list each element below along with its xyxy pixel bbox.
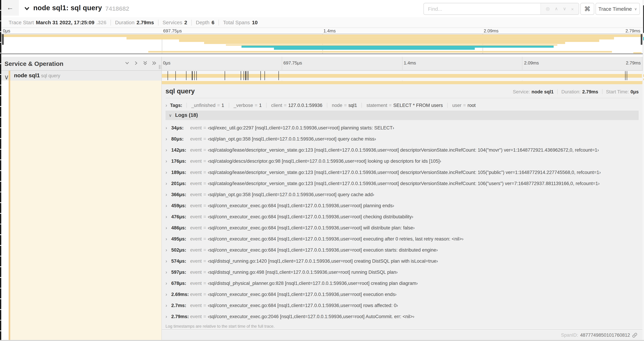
log-row[interactable]: ›142μs:event=‹sql/catalog/lease/descript… [166, 145, 639, 156]
log-value: ‹sql/conn_executor_exec.go:684 [nsql1,cl… [208, 225, 414, 230]
tags-row[interactable]: › Tags: _unfinished=1_verbose=1client=12… [166, 101, 480, 110]
log-field-name: event [190, 303, 202, 308]
log-row[interactable]: ›2.7ms:event=‹sql/conn_executor_exec.go:… [166, 300, 639, 311]
back-button[interactable]: ← [1, 0, 19, 16]
view-selector-button[interactable]: Trace Timeline ∨ [596, 3, 640, 15]
expand-all-icon[interactable] [152, 61, 157, 66]
minimap-tick-label: 697.75μs [163, 29, 182, 33]
log-row[interactable]: ›2.69ms:event=‹sql/conn_executor_exec.go… [166, 289, 639, 300]
log-row[interactable]: ›366μs:event=‹sql/plan_opt.go:358 [nsql1… [166, 189, 639, 200]
summary-item: Services2 [158, 20, 192, 25]
log-equals: = [204, 181, 206, 186]
log-timestamp: 495μs: [171, 236, 189, 241]
keyboard-shortcuts-button[interactable]: ⌘ [580, 3, 594, 15]
log-timestamp: 189μs: [171, 170, 189, 175]
tags-label: Tags: [170, 103, 182, 107]
summary-value-suffix: .326 [96, 20, 106, 25]
log-field-name: event [190, 270, 202, 274]
log-value: ‹sql/catalog/lease/descriptor_version_st… [208, 148, 599, 152]
span-color-stripe [9, 71, 10, 340]
minimap-tick-label: 0μs [3, 29, 10, 33]
log-row[interactable]: ›176μs:event=‹sql/catalog/descs/descript… [166, 156, 639, 167]
log-row[interactable]: ›80μs:event=‹sql/plan_opt.go:358 [nsql1,… [166, 133, 639, 145]
find-input[interactable] [424, 3, 540, 14]
collapse-one-icon[interactable] [124, 61, 130, 66]
log-field-name: event [190, 181, 202, 186]
logs-footnote: Log timestamps are relative to the start… [166, 324, 274, 328]
link-icon[interactable] [632, 332, 638, 338]
trace-id: 7418682 [105, 5, 129, 12]
detail-divider [166, 98, 639, 98]
minimap-right-scrubber[interactable] [641, 34, 642, 45]
chevron-right-icon: › [166, 192, 171, 197]
log-row[interactable]: ›495μs:event=‹sql/conn_executor_exec.go:… [166, 233, 639, 244]
log-value: ‹sql/catalog/lease/descriptor_version_st… [208, 181, 600, 186]
prev-match-icon[interactable]: ∧ [555, 6, 558, 12]
detail-meta-item: Duration:2.79ms [558, 89, 602, 94]
tag-key: node [332, 103, 342, 107]
log-row[interactable]: ›201μs:event=‹sql/catalog/lease/descript… [166, 178, 639, 189]
logs-label: Logs (18) [175, 112, 198, 118]
log-row[interactable]: ›574μs:event=‹sql/distsql_running.go:142… [166, 255, 639, 266]
next-match-icon[interactable]: ∨ [563, 6, 566, 12]
log-row[interactable]: ›476μs:event=‹sql/conn_executor_exec.go:… [166, 211, 639, 222]
log-tick-mark [260, 71, 261, 80]
column-resizer-grip[interactable] [159, 65, 161, 69]
span-duration-bar[interactable] [162, 74, 642, 78]
log-timestamp: 2.7ms: [171, 303, 189, 308]
span-detail-panel: sql query Service:node sql1Duration:2.79… [162, 84, 642, 330]
log-row[interactable]: ›597μs:event=‹sql/distsql_running.go:498… [166, 267, 639, 278]
detail-accent-strip [162, 81, 642, 84]
log-equals: = [204, 125, 206, 130]
span-row-timeline-cell[interactable] [162, 71, 642, 81]
minimap-ruler: 0μs697.75μs1.4ms2.09ms2.79ms [1, 28, 642, 34]
minimap-left-scrubber[interactable] [2, 34, 4, 45]
log-row[interactable]: ›189μs:event=‹sql/catalog/lease/descript… [166, 167, 639, 178]
log-tick-mark [225, 71, 225, 80]
expand-one-icon[interactable] [134, 61, 139, 66]
span-row-name-cell[interactable]: ∨ node sql1 sql query [1, 71, 161, 81]
bottom-edge-strip [0, 340, 644, 341]
log-row[interactable]: ›459μs:event=‹sql/conn_executor_exec.go:… [166, 200, 639, 211]
trace-title: node sql1: sql query [33, 4, 102, 12]
tag-equals: = [217, 103, 220, 107]
log-equals: = [204, 247, 206, 252]
collapse-all-icon[interactable] [142, 61, 148, 66]
log-value: ‹sql/conn_executor_exec.go:684 [nsql1,cl… [208, 203, 394, 208]
log-field-name: event [190, 203, 202, 208]
scrollbar[interactable] [642, 0, 644, 340]
log-value: ‹sql/plan_opt.go:358 [nsql1,client=127.0… [208, 137, 376, 141]
view-selector-label: Trace Timeline [598, 6, 632, 12]
log-row[interactable]: ›2.79ms:event=‹sql/conn_executor_exec.go… [166, 311, 639, 322]
log-row[interactable]: ›486μs:event=‹sql/conn_executor_exec.go:… [166, 222, 639, 233]
minimap-span-strip [274, 48, 475, 50]
log-row[interactable]: ›678μs:event=‹sql/distsql_physical_plann… [166, 278, 639, 289]
tag-key: client [271, 103, 282, 107]
log-row[interactable]: ›502μs:event=‹sql/conn_executor_exec.go:… [166, 244, 639, 255]
log-timestamp: 142μs: [171, 148, 189, 152]
scrollbar-thumb[interactable] [643, 5, 644, 33]
trace-title-group[interactable]: node sql1: sql query 7418682 [24, 0, 129, 17]
logs-header[interactable]: ∨ Logs (18) [166, 110, 639, 120]
log-timestamp: 2.69ms: [171, 292, 189, 297]
summary-item: Duration2.79ms [111, 20, 158, 25]
tag-value: 1 [259, 103, 262, 107]
log-field-name: event [190, 148, 202, 152]
log-value: ‹sql/plan_opt.go:358 [nsql1,client=127.0… [208, 192, 374, 197]
tag-value: 127.0.0.1:59936 [288, 103, 322, 107]
log-tick-mark [194, 71, 194, 80]
detail-bottom-border [162, 330, 642, 330]
focus-target-icon[interactable]: ◎ [546, 6, 550, 12]
summary-value: 2 [184, 20, 187, 25]
clear-find-icon[interactable]: × [571, 7, 574, 11]
scrollbar-mark [643, 74, 644, 77]
minimap-canvas[interactable] [1, 34, 643, 54]
tag-item: node=sql1 [327, 103, 362, 107]
log-tick-mark [245, 71, 246, 80]
log-value: ‹sql/conn_executor_exec.go:684 [nsql1,cl… [208, 292, 396, 297]
log-field-name: event [190, 225, 202, 230]
log-row[interactable]: ›34μs:event=‹sql/exec_util.go:2297 [nsql… [166, 122, 639, 133]
chevron-down-icon[interactable]: ∨ [4, 73, 9, 81]
chevron-right-icon: › [166, 203, 171, 208]
chevron-right-icon: › [166, 214, 171, 220]
